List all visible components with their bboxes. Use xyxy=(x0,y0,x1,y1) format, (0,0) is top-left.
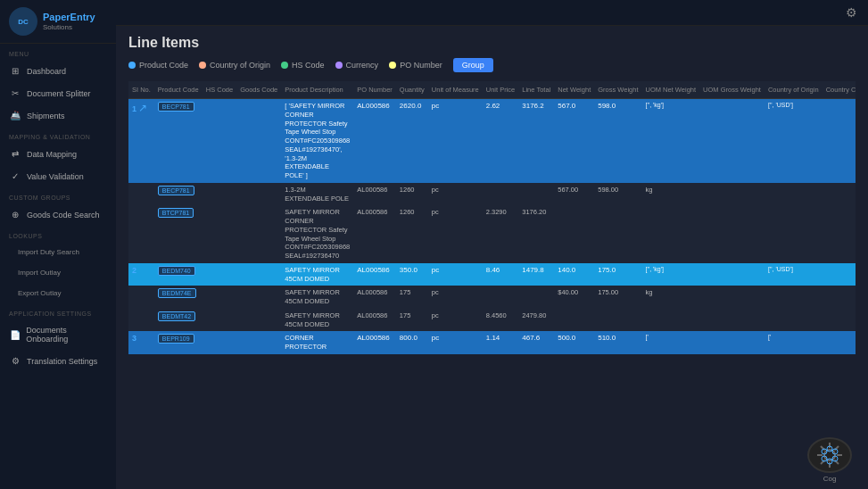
sidebar-item-value-validation-label: Value Validation xyxy=(27,172,84,181)
sidebar: DC PaperEntry Solutions MENU ⊞ Dashboard… xyxy=(0,0,116,489)
col-country-code: Country Code xyxy=(823,81,856,99)
menu-section-label: MENU xyxy=(0,44,116,60)
product-code-badge: BEDM740 xyxy=(158,266,195,276)
filter-hs-label: HS Code xyxy=(292,61,325,70)
col-uom-net: UOM Net Weight xyxy=(642,81,700,99)
col-si: SI No. xyxy=(128,81,154,99)
topbar: ⚙ xyxy=(116,0,868,26)
docs-icon: 📄 xyxy=(9,330,21,340)
app-logo: DC PaperEntry Solutions xyxy=(0,0,116,44)
product-code-badge: BEDMT42 xyxy=(158,311,195,321)
data-mapping-icon: ⇄ xyxy=(9,149,21,159)
filter-dot-po xyxy=(389,62,396,69)
product-code-badge: BEPR109 xyxy=(158,334,194,344)
sidebar-item-doc-splitter-label: Document Splitter xyxy=(27,89,91,98)
col-uom: Unit of Measure xyxy=(428,81,483,99)
sidebar-item-data-mapping[interactable]: ⇄ Data Mapping xyxy=(0,143,116,165)
product-code-badge: BECP781 xyxy=(158,102,194,112)
col-product-code: Product Code xyxy=(154,81,203,99)
cog-label: Cog xyxy=(823,475,837,483)
col-uom-gross: UOM Gross Weight xyxy=(699,81,765,99)
sidebar-item-export-outlay[interactable]: Export Outlay xyxy=(0,283,116,303)
doc-splitter-icon: ✂ xyxy=(9,88,21,98)
sidebar-item-goods-code[interactable]: ⊕ Goods Code Search xyxy=(0,203,116,226)
sidebar-item-shipments-label: Shipments xyxy=(27,112,65,120)
product-code-badge: BTCP781 xyxy=(158,208,194,218)
docs-onboarding-label: Documents Onboarding xyxy=(26,326,107,344)
filter-po-label: PO Number xyxy=(400,61,442,70)
table-container: SI No. Product Code HS Code Goods Code P… xyxy=(128,81,856,480)
value-validation-icon: ✓ xyxy=(9,171,21,181)
cog-svg-icon xyxy=(814,439,846,471)
filter-dot-hs xyxy=(281,62,288,69)
cog-watermark: Cog xyxy=(798,437,861,482)
sidebar-item-value-validation[interactable]: ✓ Value Validation xyxy=(0,165,116,187)
filter-po-number[interactable]: PO Number xyxy=(389,61,442,70)
filter-currency-label: Currency xyxy=(346,61,379,70)
shipments-icon: 🚢 xyxy=(9,111,21,120)
sidebar-item-dashboard[interactable]: ⊞ Dashboard xyxy=(0,60,116,82)
app-name: PaperEntry xyxy=(43,12,95,23)
sidebar-item-translation[interactable]: ⚙ Translation Settings xyxy=(0,350,116,372)
page-title: Line Items xyxy=(128,35,856,51)
logo-text-area: PaperEntry Solutions xyxy=(43,12,95,31)
product-code-badge: BEDM74E xyxy=(158,288,196,298)
sidebar-item-dashboard-label: Dashboard xyxy=(27,67,66,76)
logo-icon: DC xyxy=(9,7,37,36)
col-quantity: Quantity xyxy=(396,81,428,99)
app-tagline: Solutions xyxy=(43,23,95,31)
content-area: Line Items Product Code Country of Origi… xyxy=(116,26,868,489)
filter-product-code[interactable]: Product Code xyxy=(128,61,188,70)
col-po-number: PO Number xyxy=(353,81,396,99)
col-net-weight: Net Weight xyxy=(554,81,594,99)
cog-circle xyxy=(807,437,852,473)
translation-label: Translation Settings xyxy=(27,357,97,366)
table-row[interactable]: 1 ↗ BECP781 [ 'SAFETY MIRROR CORNER PROT… xyxy=(128,99,856,183)
filter-bar: Product Code Country of Origin HS Code C… xyxy=(128,58,856,72)
table-row[interactable]: BTCP781 SAFETY MIRROR CORNER PROTECTOR S… xyxy=(128,205,856,263)
dashboard-icon: ⊞ xyxy=(9,66,21,76)
group-button[interactable]: Group xyxy=(453,58,493,72)
expand-arrow-icon: ↗ xyxy=(138,102,147,114)
sidebar-item-import-duty[interactable]: Import Duty Search xyxy=(0,242,116,262)
col-unit-price: Unit Price xyxy=(483,81,519,99)
mapping-section-label: MAPPING & VALIDATION xyxy=(0,127,116,143)
col-country-origin: Country of Origin xyxy=(765,81,823,99)
filter-dot-currency xyxy=(335,62,343,69)
filter-dot-country xyxy=(199,62,206,69)
sidebar-item-import-outlay[interactable]: Import Outlay xyxy=(0,262,116,283)
import-duty-label: Import Duty Search xyxy=(18,248,79,256)
filter-hs-code[interactable]: HS Code xyxy=(281,61,325,70)
custom-section-label: CUSTOM GROUPS xyxy=(0,187,116,203)
sidebar-item-data-mapping-label: Data Mapping xyxy=(27,150,77,159)
settings-gear-icon[interactable]: ⚙ xyxy=(846,5,857,20)
col-hs-code: HS Code xyxy=(203,81,236,99)
filter-dot-product-code xyxy=(128,62,136,69)
product-code-badge: BECP781 xyxy=(158,186,194,195)
sidebar-item-docs-onboarding[interactable]: 📄 Documents Onboarding xyxy=(0,319,116,350)
col-description: Product Description xyxy=(281,81,353,99)
filter-product-code-label: Product Code xyxy=(139,61,188,70)
col-line-total: Line Total xyxy=(518,81,554,99)
lookup-section-label: Lookups xyxy=(0,226,116,242)
goods-code-icon: ⊕ xyxy=(9,210,21,220)
table-row[interactable]: BECP781 1.3-2M EXTENDABLE POLE AL000586 … xyxy=(128,183,856,206)
app-settings-label: APPLICATION SETTINGS xyxy=(0,303,116,319)
table-row[interactable]: 2 BEDM740 SAFETY MIRROR 45CM DOMED AL000… xyxy=(128,263,856,286)
table-row[interactable]: BEDMT42 SAFETY MIRROR 45CM DOMED AL00058… xyxy=(128,309,856,332)
sidebar-item-doc-splitter[interactable]: ✂ Document Splitter xyxy=(0,82,116,104)
line-items-table: SI No. Product Code HS Code Goods Code P… xyxy=(128,81,856,354)
filter-country-label: Country of Origin xyxy=(210,61,270,70)
translation-icon: ⚙ xyxy=(9,356,21,366)
filter-currency[interactable]: Currency xyxy=(335,61,379,70)
filter-country-origin[interactable]: Country of Origin xyxy=(199,61,270,70)
sidebar-item-shipments[interactable]: 🚢 Shipments xyxy=(0,104,116,127)
sidebar-item-goods-code-label: Goods Code Search xyxy=(27,211,100,220)
table-row[interactable]: 3 BEPR109 CORNER PROTECTOR AL000586 800.… xyxy=(128,331,856,354)
import-outlay-label: Import Outlay xyxy=(18,269,61,277)
col-gross-weight: Gross Weight xyxy=(594,81,641,99)
export-outlay-label: Export Outlay xyxy=(18,289,61,297)
table-row[interactable]: BEDM74E SAFETY MIRROR 45CM DOMED AL00058… xyxy=(128,286,856,309)
main-content: ⚙ Line Items Product Code Country of Ori… xyxy=(116,0,868,489)
col-goods-code: Goods Code xyxy=(236,81,281,99)
